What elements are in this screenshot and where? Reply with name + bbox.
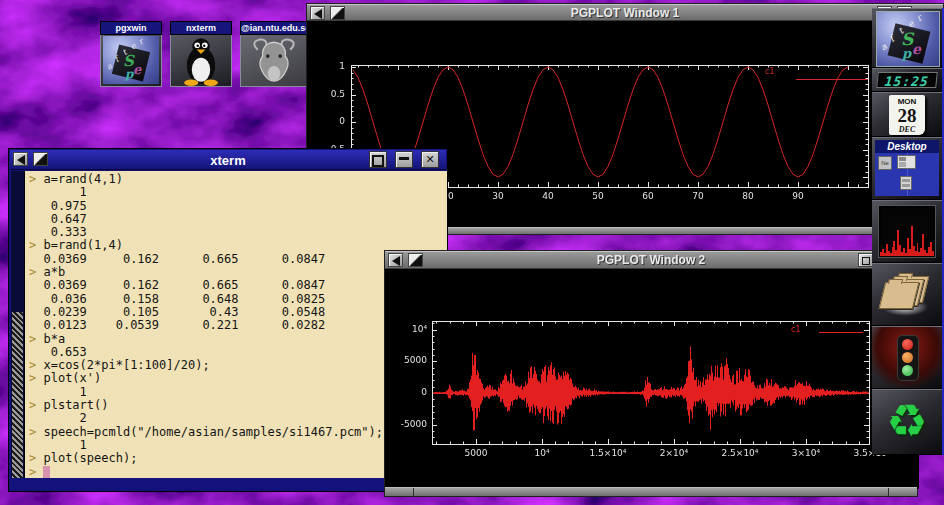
wharf-panel: a f t e r S e p 15:25 MON 28 DEC Desktop… — [872, 8, 944, 455]
terminal-line: > speech=pcmld("/home/asian/samples/si14… — [29, 426, 445, 439]
terminal-line: 1 — [29, 386, 445, 399]
minimize-button[interactable] — [395, 151, 413, 168]
axis-tick-label: 50 — [583, 191, 613, 201]
gnu-head-icon — [240, 35, 308, 87]
pager-window[interactable]: Ne — [878, 156, 892, 170]
load-bars — [880, 205, 934, 256]
recycle-icon: ♻ — [872, 392, 942, 450]
axis-tick-label: -5000 — [389, 419, 427, 429]
desktop-screen: { "desktop_icons": [ {"label": "pgxwin"}… — [0, 0, 944, 505]
axis-tick-label: 0.5 — [315, 89, 345, 99]
axis-tick-label: 70 — [683, 191, 713, 201]
xterm-titlebar[interactable]: xterm ✕ — [10, 150, 446, 170]
axis-tick-label: 0 — [315, 116, 345, 126]
tux-penguin-icon — [170, 35, 232, 87]
axis-tick-label: 90 — [783, 191, 813, 201]
axis-tick-label: 0 — [389, 387, 427, 397]
pgplot2-axis-labels: 10⁴50000-5000500010⁴1.5×10⁴2×10⁴2.5×10⁴3… — [385, 251, 919, 498]
terminal-line: > plstart() — [29, 399, 445, 412]
terminal-line: > plot(x') — [29, 372, 445, 385]
pager-window[interactable] — [900, 176, 912, 190]
legend-line — [819, 332, 863, 333]
terminal-line: > plot(speech); — [29, 452, 445, 465]
terminal-text: > a=rand(4,1) 1 0.975 0.647 0.333> b=ran… — [29, 173, 445, 479]
maximize-button[interactable] — [369, 151, 387, 168]
wharf-tile-traffic-light[interactable] — [872, 326, 942, 389]
terminal-screen[interactable]: > a=rand(4,1) 1 0.975 0.647 0.333> b=ran… — [11, 171, 447, 478]
axis-tick-label: 10⁴ — [389, 324, 427, 334]
icon-title: pgxwin — [100, 21, 162, 35]
terminal-scrollbar[interactable] — [11, 171, 25, 478]
legend-label: c1 — [765, 67, 775, 76]
terminal-line: > b*a — [29, 333, 445, 346]
wharf-tile-recycler[interactable]: ♻ — [872, 389, 942, 455]
axis-tick-label: 2×10⁴ — [651, 448, 697, 458]
axis-tick-label: 1 — [315, 61, 345, 71]
legend-line — [796, 79, 868, 80]
terminal-line: 0.0369 0.162 0.665 0.0847 — [29, 253, 445, 266]
calendar-icon: MON 28 DEC — [889, 95, 925, 135]
wharf-tile-load-monitor[interactable] — [872, 200, 942, 263]
axis-tick-label: 3×10⁴ — [783, 448, 829, 458]
axis-tick-label: 5000 — [389, 355, 427, 365]
terminal-line: > b=rand(1,4) — [29, 239, 445, 252]
resize-notch — [413, 488, 414, 496]
desktop-icon-nxterm[interactable]: nxterm — [170, 21, 232, 87]
terminal-line: 2 — [29, 412, 445, 425]
axis-tick-label: 10⁴ — [519, 448, 565, 458]
terminal-line: 1 — [29, 186, 445, 199]
terminal-line: 0.333 — [29, 226, 445, 239]
desktop-icon-remote-host[interactable]: @ian.ntu.edu.sg — [240, 21, 308, 87]
window-xterm: xterm ✕ > a=rand(4,1) 1 0.975 0.647 0.33… — [8, 148, 448, 492]
terminal-line: 0.653 — [29, 346, 445, 359]
afterstep-logo-icon: a f t e r S e p — [103, 36, 159, 84]
close-button[interactable]: ✕ — [421, 151, 439, 168]
terminal-line: 0.0369 0.162 0.665 0.0847 — [29, 279, 445, 292]
digital-clock: 15:25 — [876, 72, 938, 88]
axis-tick-label: 1.5×10⁴ — [585, 448, 631, 458]
wharf-tile-calendar[interactable]: MON 28 DEC — [872, 92, 942, 137]
terminal-line: 0.0239 0.105 0.43 0.0548 — [29, 306, 445, 319]
terminal-line: 0.975 — [29, 200, 445, 213]
wharf-tile-clock[interactable]: 15:25 — [872, 68, 942, 92]
axis-tick-label: 60 — [633, 191, 663, 201]
pager-window[interactable] — [897, 155, 916, 169]
load-bar — [932, 251, 934, 256]
traffic-light-icon — [897, 335, 919, 381]
pgxwin-icon: a f t e r S e p — [100, 35, 162, 87]
wharf-tile-pager[interactable]: Desktop Ne — [872, 137, 942, 200]
axis-tick-label: 30 — [483, 191, 513, 201]
axis-tick-label: 80 — [733, 191, 763, 201]
window-pgplot-2: PGPLOT Window 2 10⁴50000-5000500010⁴1.5×… — [384, 250, 918, 497]
terminal-line: 0.0123 0.0539 0.221 0.0282 — [29, 319, 445, 332]
wharf-tile-afterstep-logo[interactable]: a f t e r S e p — [872, 8, 942, 68]
terminal-cursor — [43, 466, 50, 478]
close-icon: ✕ — [425, 153, 434, 166]
axis-tick-label: 40 — [533, 191, 563, 201]
desktop-icon-pgxwin[interactable]: pgxwin a f t e r S e p — [100, 21, 162, 87]
maximize-icon — [372, 155, 384, 167]
icon-title: nxterm — [170, 21, 232, 35]
scrollbar-thumb[interactable] — [12, 312, 23, 478]
pager-title: Desktop — [875, 140, 939, 153]
axis-tick-label: 2.5×10⁴ — [717, 448, 763, 458]
calendar-month: DEC — [889, 125, 925, 134]
terminal-line: > a*b — [29, 266, 445, 279]
terminal-line: 1 — [29, 439, 445, 452]
terminal-line: > a=rand(4,1) — [29, 173, 445, 186]
calendar-day: 28 — [889, 106, 925, 125]
terminal-line: > — [29, 466, 445, 479]
desktop-pager[interactable]: Ne — [875, 153, 939, 196]
minimize-icon — [399, 157, 409, 160]
afterstep-logo-icon: a f t e r S e p — [876, 11, 940, 67]
icon-title: @ian.ntu.edu.sg — [240, 21, 308, 35]
cpu-load-monitor — [878, 205, 936, 258]
wharf-tile-file-manager[interactable] — [872, 263, 942, 326]
axis-tick-label: 5000 — [453, 448, 499, 458]
terminal-line: 0.647 — [29, 213, 445, 226]
terminal-line: 0.036 0.158 0.648 0.0825 — [29, 293, 445, 306]
pgplot2-resize-bar[interactable] — [385, 487, 917, 496]
legend-label: c1 — [791, 325, 801, 334]
terminal-line: > x=cos(2*pi*[1:100]/20); — [29, 359, 445, 372]
folder-icon — [879, 282, 920, 309]
